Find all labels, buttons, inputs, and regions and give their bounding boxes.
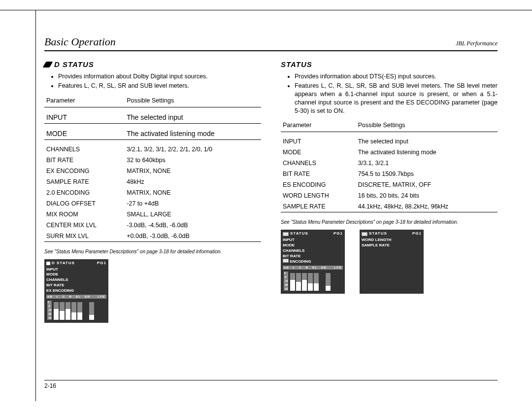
setting: -3.0dB, -4.5dB, -6.0dB [125, 220, 261, 231]
setting: MATRIX, NONE [125, 187, 261, 198]
right-column: STATUS Provides information about DTS(-E… [281, 60, 498, 323]
param: 2.0 ENCODING [44, 187, 125, 198]
left-bullets: Provides information about Dolby Digital… [44, 72, 261, 90]
setting: -27 to +4dB [125, 198, 261, 209]
thumb-line: INPUT [283, 238, 343, 243]
param: MODE [44, 128, 125, 140]
param: EX ENCODING [44, 166, 125, 176]
param: CENTER MIX LVL [44, 220, 125, 231]
meter-bar [77, 302, 82, 320]
right-caption: See "Status Menu Parameter Descriptions"… [281, 219, 498, 225]
setting: MATRIX, NONE [125, 166, 261, 176]
dts-icon [362, 232, 367, 236]
setting: 48kHz [125, 176, 261, 187]
header-left: Basic Operation [44, 35, 116, 48]
meter-labels: dB L C R SL SR LFE [283, 266, 343, 270]
col-header-param: Parameter [281, 119, 356, 132]
param: BIT RATE [44, 155, 125, 166]
header-right: JBL Performance [456, 40, 498, 47]
col-header-param: Parameter [44, 94, 125, 107]
page-header: Basic Operation JBL Performance [44, 35, 498, 51]
left-column: D STATUS Provides information about Dolb… [44, 60, 261, 323]
meter-bar [314, 273, 319, 291]
es-icon [283, 259, 289, 263]
setting: SMALL, LARGE [125, 209, 261, 220]
param: INPUT [44, 111, 125, 124]
meter-labels: dB L C R SL SR LFE [46, 295, 106, 299]
setting: DISCRETE, MATRIX, OFF [356, 179, 498, 190]
thumb-line: INPUT [46, 267, 106, 273]
param: MIX ROOM [44, 209, 125, 220]
param: MODE [281, 147, 356, 158]
param: INPUT [281, 136, 356, 147]
param: ES ENCODING [281, 179, 356, 190]
param: WORD LENGTH [281, 190, 356, 201]
meter-bar [66, 302, 70, 320]
parallelogram-icon [43, 62, 53, 68]
param: SAMPLE RATE [44, 176, 125, 187]
setting: 32 to 640kbps [125, 155, 261, 166]
right-params-table: ParameterPossible Settings INPUTThe sele… [281, 119, 498, 216]
dts-icon [283, 232, 289, 236]
meter-bar [71, 302, 76, 320]
setting: The activated listening mode [125, 128, 261, 140]
thumb-line: BIT RATE [46, 283, 106, 288]
setting: 754.5 to 1509.7kbps [356, 169, 498, 179]
thumb-line: MODE [283, 243, 343, 248]
bullet: Provides information about Dolby Digital… [58, 72, 261, 81]
param: BIT RATE [281, 169, 356, 179]
setting: +0.0dB, -3.0dB, -6.0dB [125, 231, 261, 242]
setting: 44.1kHz, 48kHz, 88.2kHz, 96kHz [356, 201, 498, 212]
level-meters: 0 -6 -15 -30 -45 [46, 300, 106, 321]
bullet: Provides information about DTS(-ES) inpu… [295, 72, 498, 81]
setting: 3/3.1, 3/2.1 [356, 158, 498, 169]
page-number: 2-16 [44, 380, 498, 389]
setting: The selected input [356, 136, 498, 147]
param: CHANNELS [281, 158, 356, 169]
right-thumb-2: STATUS PG1 WORD LENGTH SAMPLE RATE [360, 230, 424, 294]
meter-bar [60, 302, 65, 320]
meter-bar [308, 273, 313, 291]
col-header-settings: Possible Settings [125, 94, 261, 107]
left-thumb: D STATUS PG1 INPUT MODE CHANNELS BIT RAT… [44, 259, 108, 323]
thumb-line: ENCODING [283, 259, 343, 265]
meter-bar [290, 273, 295, 291]
thumb-title-left: STATUS [369, 231, 387, 237]
section-title-left: D STATUS [44, 60, 261, 68]
thumb-title-right: PG1 [97, 261, 106, 266]
square-icon [46, 262, 50, 265]
thumb-title-left: D STATUS [52, 261, 75, 266]
meter-bar [89, 302, 94, 320]
thumb-line: WORD LENGTH [362, 238, 422, 243]
right-bullets: Provides information about DTS(-ES) inpu… [281, 72, 498, 115]
param: SURR MIX LVL [44, 231, 125, 242]
meter-bar [54, 302, 59, 320]
left-caption: See "Status Menu Parameter Descriptions"… [44, 249, 261, 254]
meter-scale: 0 -6 -15 -30 -45 [47, 301, 52, 320]
setting: The activated listening mode [356, 147, 498, 158]
param: CHANNELS [44, 144, 125, 155]
bullet: Features L, C, R, SL, SR, SB and SUB lev… [295, 82, 498, 115]
meter-scale: 0 -6 -15 -30 -45 [284, 272, 288, 291]
setting: 16 bits, 20 bits, 24 bits [356, 190, 498, 201]
left-title-text: D STATUS [54, 60, 94, 68]
thumb-title-right: PG1 [412, 231, 422, 237]
thumb-title-right: PG1 [333, 231, 343, 237]
thumb-line: SAMPLE RATE [362, 243, 422, 248]
thumb-title-left: STATUS [290, 231, 308, 237]
section-title-right: STATUS [281, 60, 498, 68]
level-meters: 0 -6 -15 -30 -45 [283, 271, 343, 292]
meter-bar [326, 273, 331, 291]
thumb-line: CHANNELS [46, 277, 106, 283]
col-header-settings: Possible Settings [356, 119, 498, 132]
left-params-table: ParameterPossible Settings INPUTThe sele… [44, 94, 261, 246]
param: DIALOG OFFSET [44, 198, 125, 209]
param: SAMPLE RATE [281, 201, 356, 212]
thumb-line: CHANNELS [283, 248, 343, 254]
bullet: Features L, C, R, SL, SR and SUB level m… [58, 82, 261, 90]
meter-bar [296, 273, 301, 291]
right-title-text: STATUS [281, 60, 312, 68]
thumb-line: MODE [46, 272, 106, 277]
setting: The selected input [125, 111, 261, 124]
setting: 3/2.1, 3/2, 3/1, 2/2, 2/1, 2/0, 1/0 [125, 144, 261, 155]
